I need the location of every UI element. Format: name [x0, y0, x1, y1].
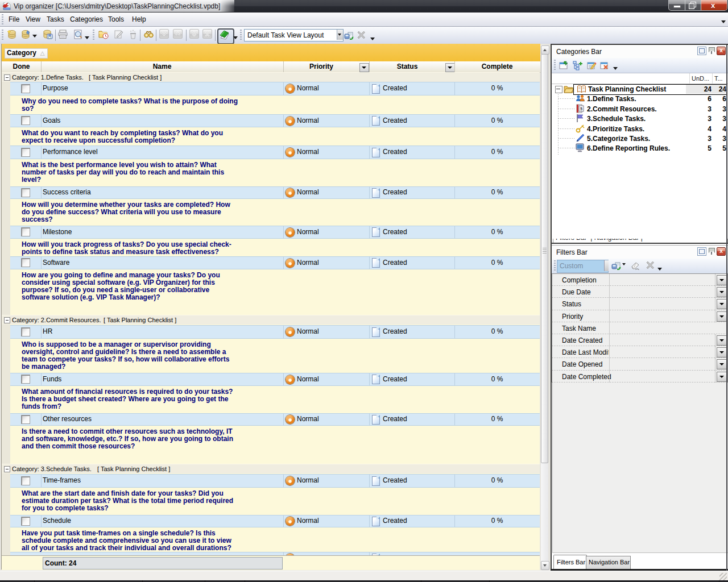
svg-text:5: 5	[580, 107, 582, 111]
